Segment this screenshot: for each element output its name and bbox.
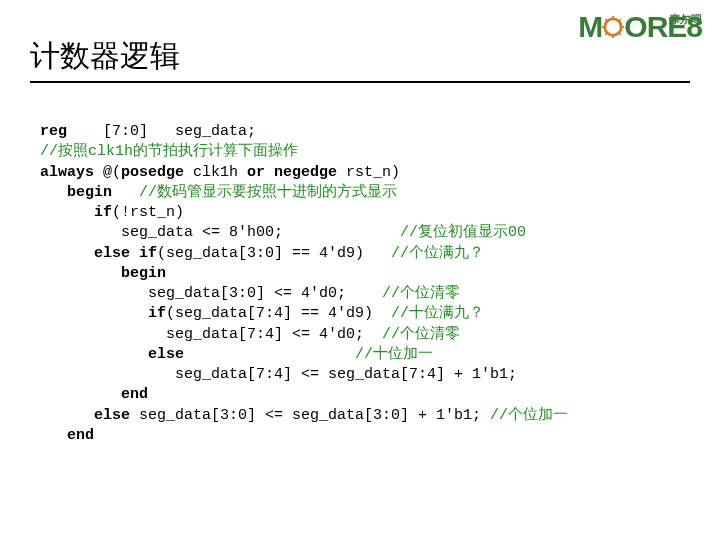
code-text — [184, 346, 355, 363]
comment: //复位初值显示00 — [400, 224, 526, 241]
kw-else: else — [40, 407, 130, 424]
kw-if: if — [40, 204, 112, 221]
code-text: seg_data[3:0] <= seg_data[3:0] + 1'b1; — [130, 407, 490, 424]
kw-begin: begin — [40, 265, 166, 282]
gear-icon — [602, 16, 624, 38]
comment: //按照clk1h的节拍执行计算下面操作 — [40, 143, 298, 160]
comment: //个位清零 — [382, 326, 460, 343]
kw-or-negedge: or negedge — [247, 164, 337, 181]
title-area: 计数器逻辑 — [30, 36, 690, 83]
code-text: clk1h — [184, 164, 247, 181]
kw-posedge: posedge — [121, 164, 184, 181]
code-text: (seg_data[3:0] == 4'd9) — [157, 245, 391, 262]
kw-else: else — [40, 346, 184, 363]
code-text: seg_data[7:4] <= seg_data[7:4] + 1'b1; — [40, 366, 517, 383]
code-text: seg_data[3:0] <= 4'd0; — [40, 285, 382, 302]
comment: //个位加一 — [490, 407, 568, 424]
code-text: seg_data[7:4] <= 4'd0; — [40, 326, 382, 343]
kw-end: end — [40, 386, 148, 403]
code-text: seg_data <= 8'h00; — [40, 224, 400, 241]
code-block: reg [7:0] seg_data; //按照clk1h的节拍执行计算下面操作… — [40, 122, 568, 446]
kw-elseif: else if — [40, 245, 157, 262]
kw-end: end — [40, 427, 94, 444]
kw-begin: begin — [40, 184, 112, 201]
title-underline — [30, 81, 690, 83]
code-text: rst_n) — [337, 164, 400, 181]
code-text: @( — [94, 164, 121, 181]
comment: //个位清零 — [382, 285, 460, 302]
comment: //十位满九？ — [391, 305, 484, 322]
code-text: (!rst_n) — [112, 204, 184, 221]
page-title: 计数器逻辑 — [30, 36, 690, 81]
kw-if: if — [40, 305, 166, 322]
kw-always: always — [40, 164, 94, 181]
comment: //数码管显示要按照十进制的方式显示 — [112, 184, 397, 201]
code-text: (seg_data[7:4] == 4'd9) — [166, 305, 391, 322]
kw-reg: reg — [40, 123, 67, 140]
logo-cn-text: 摩尔吧 — [669, 12, 702, 27]
comment: //个位满九？ — [391, 245, 484, 262]
comment: //十位加一 — [355, 346, 433, 363]
code-text: [7:0] seg_data; — [67, 123, 256, 140]
